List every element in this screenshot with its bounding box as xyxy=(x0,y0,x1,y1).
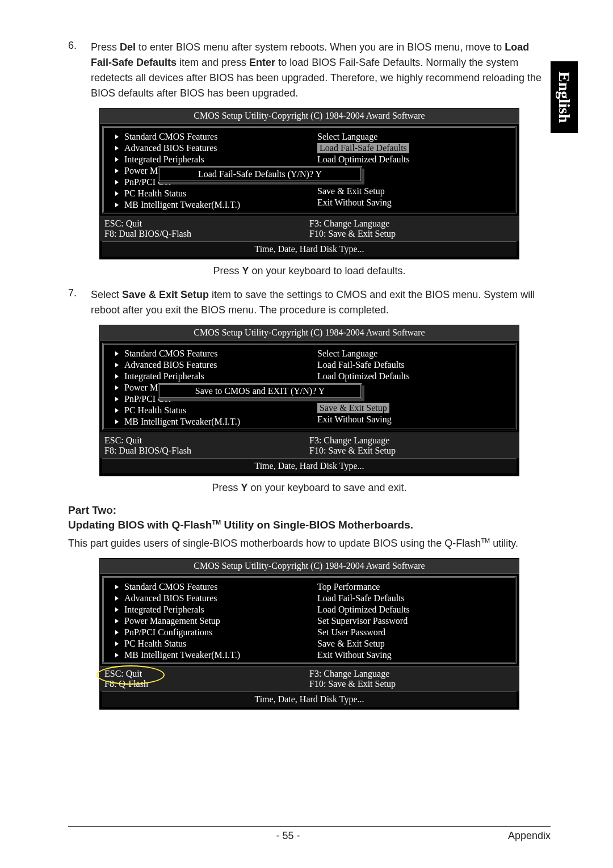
bios-menu-item-selected[interactable]: Save & Exit Setup xyxy=(317,403,389,413)
bios-foot-esc: ESC: Quit xyxy=(104,669,309,679)
bios-foot-f10: F10: Save & Exit Setup xyxy=(309,679,514,689)
triangle-icon xyxy=(115,619,119,623)
triangle-icon xyxy=(115,146,119,150)
bios-menu-item[interactable]: Load Optimized Defaults xyxy=(317,154,410,165)
bios-menu-item[interactable]: Standard CMOS Features xyxy=(124,132,217,142)
bios-menu-item[interactable]: Load Fail-Safe Defaults xyxy=(317,360,405,370)
step-number: 7. xyxy=(68,287,91,318)
bios-menu-item[interactable]: Save & Exit Setup xyxy=(317,639,385,649)
triangle-icon xyxy=(115,180,119,184)
bios-foot-f3: F3: Change Language xyxy=(309,219,514,229)
bios-menu-item[interactable]: Advanced BIOS Features xyxy=(124,360,217,370)
page-number: - 55 - xyxy=(276,830,300,842)
triangle-icon xyxy=(115,363,119,367)
triangle-icon xyxy=(115,630,119,635)
bios-foot-esc: ESC: Quit xyxy=(104,435,309,446)
bios-menu-item[interactable]: PnP/PCI Configurations xyxy=(124,627,212,638)
triangle-icon xyxy=(115,397,119,401)
bios-menu-item[interactable]: Set User Password xyxy=(317,627,385,638)
bios-dialog[interactable]: Save to CMOS and EXIT (Y/N)? Y xyxy=(158,383,362,399)
bios-menu-item[interactable]: MB Intelligent Tweaker(M.I.T.) xyxy=(124,417,240,427)
step-7-text: Select Save & Exit Setup item to save th… xyxy=(91,287,551,318)
bios-menu-item[interactable]: Load Optimized Defaults xyxy=(317,605,410,615)
bios-screen-2: CMOS Setup Utility-Copyright (C) 1984-20… xyxy=(99,325,519,476)
bios-menu-item[interactable]: Advanced BIOS Features xyxy=(124,143,217,153)
bios-dialog[interactable]: Load Fail-Safe Defaults (Y/N)? Y xyxy=(158,166,362,182)
caption-1: Press Y on your keyboard to load default… xyxy=(68,265,551,277)
bios-menu-item[interactable]: Standard CMOS Features xyxy=(124,349,217,359)
bios-menu-item[interactable]: Integrated Peripherals xyxy=(124,154,204,165)
triangle-icon xyxy=(115,169,119,173)
bios-foot-f8: F8: Dual BIOS/Q-Flash xyxy=(104,229,309,239)
bios-menu-item[interactable]: PC Health Status xyxy=(124,639,186,649)
triangle-icon xyxy=(115,374,119,379)
bios-menu-item[interactable]: Save & Exit Setup xyxy=(317,186,385,196)
triangle-icon xyxy=(115,157,119,162)
triangle-icon xyxy=(115,203,119,207)
bios-menu-item[interactable]: Exit Without Saving xyxy=(317,414,392,425)
bios-title: CMOS Setup Utility-Copyright (C) 1984-20… xyxy=(100,108,519,124)
part-two-subtitle: Updating BIOS with Q-FlashTM Utility on … xyxy=(68,519,551,531)
triangle-icon xyxy=(115,585,119,589)
bios-menu-item[interactable]: Integrated Peripherals xyxy=(124,605,204,615)
triangle-icon xyxy=(115,653,119,657)
bios-menu-item[interactable]: Advanced BIOS Features xyxy=(124,593,217,603)
language-tab: English xyxy=(551,61,578,133)
bios-menu-item[interactable]: PC Health Status xyxy=(124,405,186,416)
triangle-icon xyxy=(115,641,119,646)
bios-help-bar: Time, Date, Hard Disk Type... xyxy=(102,241,517,257)
triangle-icon xyxy=(115,351,119,356)
bios-foot-esc: ESC: Quit xyxy=(104,219,309,229)
triangle-icon xyxy=(115,596,119,601)
bios-foot-f3: F3: Change Language xyxy=(309,435,514,446)
triangle-icon xyxy=(115,135,119,139)
bios-menu-item[interactable]: Load Optimized Defaults xyxy=(317,371,410,381)
bios-foot-f10: F10: Save & Exit Setup xyxy=(309,229,514,239)
step-6-text: Press Del to enter BIOS menu after syste… xyxy=(91,40,551,101)
bios-foot-f3: F3: Change Language xyxy=(309,669,514,679)
bios-menu-item[interactable]: Select Language xyxy=(317,349,377,359)
triangle-icon xyxy=(115,607,119,612)
bios-menu-item-selected[interactable]: Load Fail-Safe Defaults xyxy=(317,143,409,153)
bios-title: CMOS Setup Utility-Copyright (C) 1984-20… xyxy=(100,325,519,341)
bios-menu-item[interactable]: Exit Without Saving xyxy=(317,650,392,660)
bios-foot-f8: F8: Dual BIOS/Q-Flash xyxy=(104,446,309,456)
bios-menu-item[interactable]: Power Management Setup xyxy=(124,616,220,626)
part-two-body: This part guides users of single-BIOS mo… xyxy=(68,536,551,551)
bios-menu-item[interactable]: Select Language xyxy=(317,132,377,142)
bios-help-bar: Time, Date, Hard Disk Type... xyxy=(102,458,517,473)
bios-foot-f10: F10: Save & Exit Setup xyxy=(309,446,514,456)
triangle-icon xyxy=(115,191,119,196)
part-two-heading: Part Two: xyxy=(68,504,551,517)
caption-2: Press Y on your keyboard to save and exi… xyxy=(68,482,551,494)
bios-foot-f8: F8: Q-Flash xyxy=(104,679,309,689)
bios-menu-item[interactable]: Load Fail-Safe Defaults xyxy=(317,593,405,603)
step-number: 6. xyxy=(68,40,91,101)
triangle-icon xyxy=(115,408,119,413)
triangle-icon xyxy=(115,385,119,390)
section-label: Appendix xyxy=(508,830,551,842)
bios-menu-item[interactable]: Standard CMOS Features xyxy=(124,582,217,592)
bios-menu-item[interactable]: Exit Without Saving xyxy=(317,198,392,208)
bios-help-bar: Time, Date, Hard Disk Type... xyxy=(102,691,517,707)
bios-menu-item[interactable]: Integrated Peripherals xyxy=(124,371,204,381)
bios-menu-item[interactable]: MB Intelligent Tweaker(M.I.T.) xyxy=(124,650,240,660)
bios-menu-item[interactable]: Top Performance xyxy=(317,582,380,592)
bios-title: CMOS Setup Utility-Copyright (C) 1984-20… xyxy=(100,559,519,574)
bios-menu-item[interactable]: PC Health Status xyxy=(124,188,186,199)
bios-screen-1: CMOS Setup Utility-Copyright (C) 1984-20… xyxy=(99,108,519,259)
triangle-icon xyxy=(115,420,119,424)
bios-screen-3: CMOS Setup Utility-Copyright (C) 1984-20… xyxy=(99,558,519,710)
bios-menu-item[interactable]: MB Intelligent Tweaker(M.I.T.) xyxy=(124,200,240,210)
bios-menu-item[interactable]: Set Supervisor Password xyxy=(317,616,408,626)
